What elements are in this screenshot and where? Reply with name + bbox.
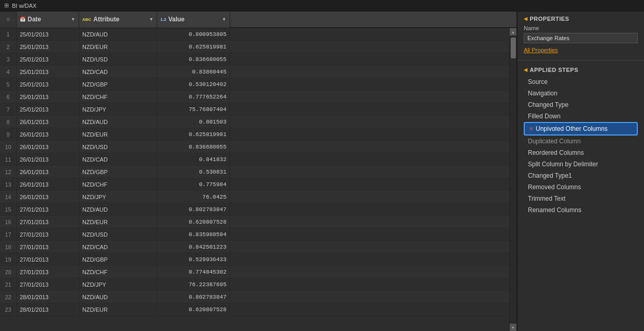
cell-attribute: NZD/USD (79, 141, 157, 153)
step-label: Split Column by Delimiter (528, 161, 598, 168)
step-label: Navigation (528, 90, 558, 97)
table-row: 17 27/01/2013 NZD/USD 0.835980594 (0, 228, 509, 241)
cell-date: 27/01/2013 (17, 203, 79, 215)
table-row: 8 26/01/2013 NZD/AUD 0.801503 (0, 116, 509, 128)
row-num: 23 (0, 303, 17, 315)
step-label: Source (528, 78, 548, 85)
scroll-thumb[interactable] (511, 38, 516, 58)
table-row: 7 25/01/2013 NZD/JPY 75.76807404 (0, 103, 509, 116)
table-row: 14 26/01/2013 NZD/JPY 76.0425 (0, 191, 509, 203)
scroll-down-btn[interactable]: ▼ (510, 324, 517, 331)
cell-date: 26/01/2013 (17, 141, 79, 153)
col-header-date[interactable]: 📅 Date ▼ (17, 11, 79, 28)
properties-header: ◀ PROPERTIES (524, 16, 638, 22)
cell-date: 28/01/2013 (17, 291, 79, 303)
cell-attribute: NZD/USD (79, 53, 157, 65)
table-row: 2 25/01/2013 NZD/EUR 0.625819981 (0, 41, 509, 53)
cell-attribute: NZD/GBP (79, 166, 157, 178)
cell-date: 27/01/2013 (17, 241, 79, 253)
vertical-scrollbar[interactable]: ▲ ▼ (509, 28, 516, 331)
cell-value: 0.841832 (157, 153, 230, 165)
table-row: 20 27/01/2013 NZD/CHF 0.774845302 (0, 266, 509, 278)
cell-value: 0.83860445 (157, 66, 230, 78)
table-row: 15 27/01/2013 NZD/AUD 0.802783847 (0, 203, 509, 216)
cell-attribute: NZD/CHF (79, 91, 157, 103)
cell-date: 25/01/2013 (17, 78, 79, 90)
step-item-split-column[interactable]: Split Column by Delimiter (524, 158, 638, 170)
all-properties-link[interactable]: All Properties (524, 47, 558, 53)
cell-date: 25/01/2013 (17, 91, 79, 103)
col-header-value[interactable]: 1.2 Value ▼ (157, 11, 230, 28)
app-title: BI w/DAX (12, 3, 36, 9)
step-label: Filled Down (528, 113, 561, 120)
step-item-filled-down[interactable]: Filled Down (524, 111, 638, 122)
value-filter-btn[interactable]: ▼ (222, 17, 226, 22)
cell-value: 0.530120492 (157, 78, 230, 90)
table-row: 11 26/01/2013 NZD/CAD 0.841832 (0, 153, 509, 166)
col-header-attribute[interactable]: ABC Attribute ▼ (79, 11, 157, 28)
cell-value: 0.774845302 (157, 266, 230, 278)
table-row: 21 27/01/2013 NZD/JPY 76.22387695 (0, 278, 509, 291)
cell-value: 0.842501223 (157, 241, 230, 253)
cell-date: 25/01/2013 (17, 41, 79, 53)
step-label: Duplicated Column (528, 138, 580, 145)
row-num: 1 (0, 28, 17, 40)
step-item-changed-type1[interactable]: Changed Type1 (524, 170, 638, 181)
cell-attribute: NZD/EUR (79, 41, 157, 53)
row-num: 14 (0, 191, 17, 203)
cell-value: 0.836680055 (157, 141, 230, 153)
cell-attribute: NZD/GBP (79, 253, 157, 265)
step-label: Unpivoted Other Columns (536, 125, 608, 132)
scroll-up-btn[interactable]: ▲ (510, 28, 517, 35)
applied-steps-section: ◀ APPLIED STEPS SourceNavigationChanged … (517, 63, 644, 220)
value-type-icon: 1.2 (160, 17, 166, 22)
attribute-filter-btn[interactable]: ▼ (149, 17, 154, 22)
step-item-source[interactable]: Source (524, 76, 638, 88)
cell-date: 27/01/2013 (17, 228, 79, 240)
table-row: 3 25/01/2013 NZD/USD 0.836680055 (0, 53, 509, 66)
name-input[interactable] (524, 33, 638, 43)
table-header: ⊞ 📅 Date ▼ ABC Attribute ▼ 1.2 Value ▼ (0, 11, 516, 28)
row-num: 6 (0, 91, 17, 103)
cell-date: 27/01/2013 (17, 253, 79, 265)
main-layout: ⊞ 📅 Date ▼ ABC Attribute ▼ 1.2 Value ▼ 1… (0, 11, 644, 331)
cell-date: 25/01/2013 (17, 28, 79, 40)
cell-attribute: NZD/CHF (79, 178, 157, 190)
step-item-duplicated-column[interactable]: Duplicated Column (524, 136, 638, 147)
table-row: 22 28/01/2013 NZD/AUD 0.802783847 (0, 291, 509, 303)
cell-value: 0.835980594 (157, 228, 230, 240)
step-item-renamed-columns[interactable]: Renamed Columns (524, 204, 638, 216)
cell-value: 0.620807528 (157, 303, 230, 315)
cell-attribute: NZD/EUR (79, 128, 157, 140)
table-row: 12 26/01/2013 NZD/GBP 0.530831 (0, 166, 509, 178)
step-item-unpivoted-other-columns[interactable]: ✕Unpivoted Other Columns (524, 122, 638, 136)
cell-attribute: NZD/CHF (79, 266, 157, 278)
date-filter-btn[interactable]: ▼ (71, 17, 75, 22)
properties-arrow: ◀ (524, 16, 528, 21)
table-row: 9 26/01/2013 NZD/EUR 0.625819981 (0, 128, 509, 141)
cell-attribute: NZD/AUD (79, 203, 157, 215)
step-label: Removed Columns (528, 183, 581, 191)
cell-date: 26/01/2013 (17, 116, 79, 128)
table-row: 6 25/01/2013 NZD/CHF 0.777652264 (0, 91, 509, 103)
step-item-reordered-columns[interactable]: Reordered Columns (524, 147, 638, 158)
table-container: ⊞ 📅 Date ▼ ABC Attribute ▼ 1.2 Value ▼ 1… (0, 11, 516, 331)
cell-date: 26/01/2013 (17, 178, 79, 190)
row-num: 9 (0, 128, 17, 140)
top-bar: ⊞ BI w/DAX (0, 0, 644, 11)
step-item-removed-columns[interactable]: Removed Columns (524, 181, 638, 193)
step-item-changed-type[interactable]: Changed Type (524, 99, 638, 111)
row-num: 5 (0, 78, 17, 90)
date-type-icon: 📅 (20, 17, 26, 22)
cell-value: 0.625819981 (157, 41, 230, 53)
row-num: 17 (0, 228, 17, 240)
cell-value: 0.529936433 (157, 253, 230, 265)
step-item-trimmed-text[interactable]: Trimmed Text (524, 193, 638, 204)
properties-section: ◀ PROPERTIES Name All Properties (517, 11, 644, 58)
cell-value: 76.0425 (157, 191, 230, 203)
step-item-navigation[interactable]: Navigation (524, 88, 638, 99)
table-row: 16 27/01/2013 NZD/EUR 0.620807528 (0, 216, 509, 228)
row-num: 18 (0, 241, 17, 253)
cell-date: 27/01/2013 (17, 216, 79, 228)
cell-attribute: NZD/EUR (79, 303, 157, 315)
